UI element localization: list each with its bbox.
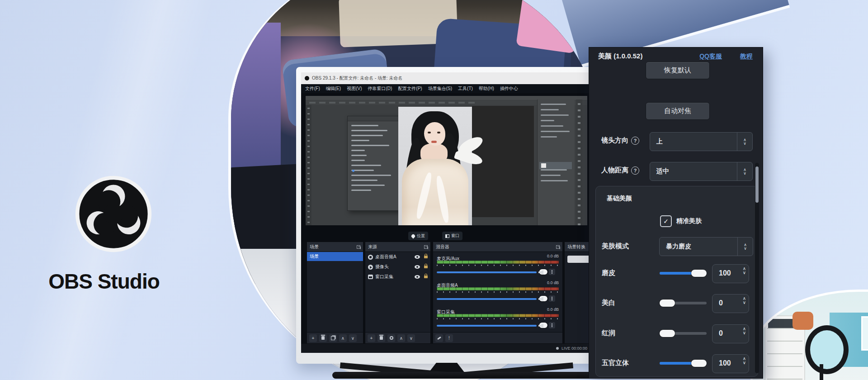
whitening-value-stepper[interactable]: 0 ∧∨ (712, 294, 749, 313)
meter-ticks (437, 265, 559, 266)
slider-handle[interactable] (660, 330, 675, 337)
monitor-stand-base (332, 372, 594, 379)
visibility-eye-icon[interactable] (415, 255, 420, 259)
source-row-camera[interactable]: 摄像头 (365, 262, 430, 272)
db-readout: 0.0 dB (547, 280, 559, 285)
facial-depth-slider-row: 五官立体 100 ∧∨ (596, 354, 758, 372)
whitening-slider[interactable] (660, 302, 707, 304)
menu-tools[interactable]: 工具(T) (458, 86, 473, 92)
menu-profile[interactable]: 配置文件(P) (398, 86, 422, 92)
window-icon (445, 234, 449, 238)
camera-direction-select[interactable]: 上 ∧∨ (650, 132, 753, 151)
panel-scrollbar[interactable] (755, 163, 759, 373)
rosy-slider[interactable] (660, 332, 707, 335)
obs-window-title: OBS 29.1.3 - 配置文件: 未命名 - 场景: 未命名 (312, 75, 403, 81)
mixer-config-button[interactable] (435, 334, 443, 342)
visibility-eye-icon[interactable] (415, 265, 420, 269)
lock-icon[interactable] (424, 266, 428, 268)
menu-edit[interactable]: 编辑(E) (326, 86, 341, 92)
restore-defaults-button[interactable]: 恢复默认 (646, 62, 710, 79)
source-row-audio[interactable]: 桌面音频A (365, 252, 430, 262)
volume-slider[interactable] (437, 325, 537, 327)
source-row-window-capture[interactable]: 窗口采集 (365, 272, 430, 282)
lock-icon[interactable] (424, 276, 428, 278)
obs-menubar: 文件(F) 编辑(E) 视图(V) 停靠窗口(D) 配置文件(P) 场景集合(S… (301, 84, 592, 93)
tripod-pole-shape (820, 364, 823, 380)
panel-title: 美颜 (1.0.0.52) (598, 52, 642, 61)
studio-shelf-items (768, 319, 795, 328)
tutorial-link[interactable]: 教程 (740, 52, 753, 61)
obs-window: OBS 29.1.3 - 配置文件: 未命名 - 场景: 未命名 文件(F) 编… (301, 72, 592, 353)
select-spinner-icon[interactable]: ∧∨ (737, 238, 753, 256)
volume-meter (437, 261, 559, 264)
slider-handle[interactable] (660, 299, 675, 307)
channel-menu-icon[interactable] (549, 295, 555, 302)
audio-source-icon (368, 255, 373, 260)
stepper-arrows-icon[interactable]: ∧∨ (743, 296, 746, 304)
autofocus-button[interactable]: 自动对焦 (646, 102, 710, 120)
popout-icon[interactable] (357, 245, 360, 249)
precise-skin-checkbox[interactable]: ✓ (660, 215, 672, 227)
add-source-button[interactable]: + (368, 334, 375, 342)
source-up-button[interactable]: ∧ (397, 334, 405, 342)
stepper-arrows-icon[interactable]: ∧∨ (743, 356, 746, 365)
slider-handle[interactable] (691, 270, 707, 277)
lock-icon[interactable] (424, 256, 428, 258)
channel-menu-icon[interactable] (549, 269, 555, 275)
remove-scene-button[interactable] (319, 334, 327, 342)
smoothing-slider[interactable] (660, 272, 707, 275)
transition-select[interactable] (567, 256, 591, 263)
scene-transitions-dock: 场景转换 (564, 242, 592, 344)
menu-docks[interactable]: 停靠窗口(D) (368, 86, 392, 92)
popout-icon[interactable] (424, 245, 428, 249)
source-properties-button[interactable] (387, 334, 395, 342)
window-source-icon (368, 275, 373, 279)
obs-titlebar-logo-icon (305, 76, 309, 81)
slider-handle[interactable] (691, 360, 707, 367)
scrollbar-thumb[interactable] (755, 166, 759, 203)
volume-slider[interactable] (437, 271, 537, 273)
popout-icon[interactable] (556, 245, 560, 249)
preview-overlay-tab-window[interactable]: 窗口 (442, 232, 462, 240)
menu-file[interactable]: 文件(F) (305, 86, 320, 92)
remove-source-button[interactable] (377, 334, 385, 342)
add-scene-button[interactable]: + (309, 334, 317, 342)
editor-toolbar (306, 105, 311, 225)
stepper-arrows-icon[interactable]: ∧∨ (743, 266, 746, 275)
facial-depth-value-stepper[interactable]: 100 ∧∨ (712, 354, 749, 373)
mixer-channel: 麦克风/Aux 0.0 dB (437, 254, 559, 279)
ring-light-shape (805, 325, 849, 374)
gear-icon (390, 336, 393, 340)
volume-slider[interactable] (437, 298, 537, 300)
menu-view[interactable]: 视图(V) (347, 86, 362, 92)
mixer-advanced-button[interactable]: ! (445, 334, 453, 342)
mixer-channel: 桌面音频A 0.0 dB (437, 280, 559, 305)
select-spinner-icon[interactable]: ∧∨ (737, 162, 752, 180)
person-distance-select[interactable]: 适中 ∧∨ (650, 162, 753, 181)
photo-blob-studio (750, 290, 868, 380)
help-icon[interactable]: ? (631, 137, 639, 145)
menu-plugin-center[interactable]: 插件中心 (500, 86, 518, 92)
scene-down-button[interactable]: ∨ (349, 334, 357, 342)
source-down-button[interactable]: ∨ (407, 334, 415, 342)
visibility-eye-icon[interactable] (415, 275, 420, 279)
menu-scene-collection[interactable]: 场景集合(S) (428, 86, 452, 92)
trash-icon (380, 336, 383, 340)
facial-depth-slider[interactable] (660, 362, 707, 365)
rosy-value-stepper[interactable]: 0 ∧∨ (712, 324, 749, 343)
channel-menu-icon[interactable] (549, 322, 555, 328)
help-icon[interactable]: ? (631, 166, 639, 175)
qq-support-link[interactable]: QQ客服 (699, 52, 722, 61)
smoothing-value-stepper[interactable]: 100 ∧∨ (712, 264, 749, 283)
studio-window-shape (861, 316, 868, 351)
select-spinner-icon[interactable]: ∧∨ (737, 133, 752, 151)
menu-help[interactable]: 帮助(H) (479, 86, 494, 92)
preview-overlay-tab-position[interactable]: 位置 (408, 232, 428, 240)
stepper-arrows-icon[interactable]: ∧∨ (743, 327, 746, 335)
duplicate-scene-button[interactable] (329, 334, 337, 342)
obs-titlebar: OBS 29.1.3 - 配置文件: 未命名 - 场景: 未命名 (301, 72, 592, 84)
scene-list-item[interactable]: 场景 (307, 252, 363, 261)
scene-up-button[interactable]: ∧ (339, 334, 347, 342)
skin-mode-select[interactable]: 暴力磨皮 ∧∨ (659, 237, 753, 256)
obs-statusbar: LIVE 00:00:00 (301, 344, 592, 353)
